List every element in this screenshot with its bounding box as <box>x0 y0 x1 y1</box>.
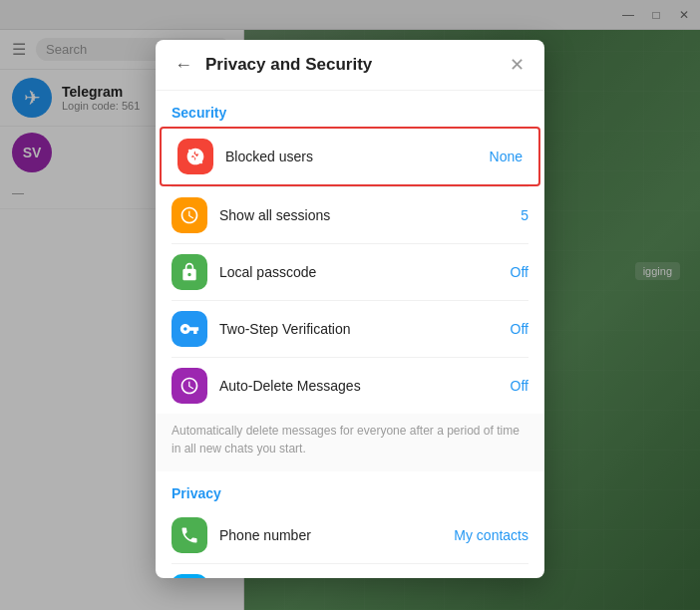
setting-item-auto-delete[interactable]: Auto-Delete Messages Off <box>156 358 544 414</box>
setting-item-two-step[interactable]: Two-Step Verification Off <box>156 301 544 357</box>
local-passcode-icon <box>172 254 207 290</box>
phone-number-label: Phone number <box>219 527 442 543</box>
blocked-users-icon <box>177 139 213 174</box>
dialog-title: Privacy and Security <box>205 55 495 75</box>
setting-item-phone-number[interactable]: Phone number My contacts <box>156 507 544 563</box>
last-seen-icon <box>172 574 207 578</box>
show-sessions-value: 5 <box>521 207 528 223</box>
security-description: Automatically delete messages for everyo… <box>156 414 544 471</box>
privacy-section-title: Privacy <box>156 471 544 507</box>
security-section-title: Security <box>156 91 544 127</box>
dialog-close-button[interactable]: ✕ <box>505 54 528 76</box>
two-step-value: Off <box>511 321 528 337</box>
auto-delete-label: Auto-Delete Messages <box>219 378 499 394</box>
phone-number-value: My contacts <box>454 527 528 543</box>
two-step-label: Two-Step Verification <box>219 321 499 337</box>
modal-overlay: ← Privacy and Security ✕ Security Blocke… <box>0 0 700 610</box>
setting-item-local-passcode[interactable]: Local passcode Off <box>156 244 544 300</box>
setting-item-last-seen[interactable]: Last seen & online Everybody <box>156 564 544 578</box>
local-passcode-label: Local passcode <box>219 264 499 280</box>
auto-delete-icon <box>172 368 207 404</box>
local-passcode-value: Off <box>511 264 528 280</box>
blocked-users-value: None <box>490 149 523 164</box>
two-step-icon <box>172 311 207 347</box>
back-button[interactable]: ← <box>172 55 195 76</box>
show-sessions-icon <box>172 197 207 233</box>
setting-item-show-sessions[interactable]: Show all sessions 5 <box>156 187 544 243</box>
privacy-security-dialog: ← Privacy and Security ✕ Security Blocke… <box>156 40 544 578</box>
setting-item-blocked-users[interactable]: Blocked users None <box>160 127 540 186</box>
auto-delete-value: Off <box>511 378 528 394</box>
show-sessions-label: Show all sessions <box>219 207 509 223</box>
dialog-body: Security Blocked users None <box>156 91 544 578</box>
blocked-users-label: Blocked users <box>225 149 478 164</box>
phone-number-icon <box>172 517 207 553</box>
dialog-header: ← Privacy and Security ✕ <box>156 40 544 91</box>
